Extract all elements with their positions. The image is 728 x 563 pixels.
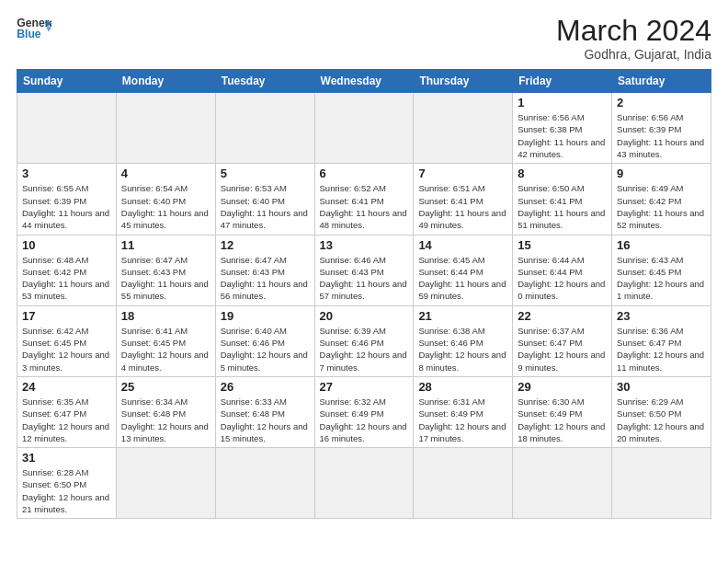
day-info: Sunrise: 6:47 AM Sunset: 6:43 PM Dayligh… <box>121 254 210 303</box>
calendar-cell: 27Sunrise: 6:32 AM Sunset: 6:49 PM Dayli… <box>314 376 414 447</box>
day-number: 19 <box>221 309 310 323</box>
day-info: Sunrise: 6:37 AM Sunset: 6:47 PM Dayligh… <box>518 325 607 373</box>
col-wednesday: Wednesday <box>314 70 414 93</box>
calendar-cell: 29Sunrise: 6:30 AM Sunset: 6:49 PM Dayli… <box>513 376 612 447</box>
calendar-cell: 10Sunrise: 6:48 AM Sunset: 6:42 PM Dayli… <box>17 235 117 305</box>
calendar-cell: 14Sunrise: 6:45 AM Sunset: 6:44 PM Dayli… <box>414 235 513 305</box>
calendar-cell: 23Sunrise: 6:36 AM Sunset: 6:47 PM Dayli… <box>612 305 711 376</box>
calendar-cell <box>215 93 314 164</box>
day-number: 20 <box>320 309 409 323</box>
day-info: Sunrise: 6:50 AM Sunset: 6:41 PM Dayligh… <box>518 182 607 231</box>
calendar-cell: 24Sunrise: 6:35 AM Sunset: 6:47 PM Dayli… <box>17 376 117 447</box>
day-number: 13 <box>320 238 409 252</box>
month-title: March 2024 <box>556 15 711 47</box>
day-number: 7 <box>418 167 507 180</box>
day-number: 16 <box>617 238 706 252</box>
day-number: 2 <box>617 96 706 109</box>
day-info: Sunrise: 6:41 AM Sunset: 6:45 PM Dayligh… <box>121 325 210 373</box>
day-info: Sunrise: 6:40 AM Sunset: 6:46 PM Dayligh… <box>221 325 310 373</box>
calendar-cell: 17Sunrise: 6:42 AM Sunset: 6:45 PM Dayli… <box>17 305 117 376</box>
calendar-cell <box>612 448 711 519</box>
day-number: 26 <box>221 380 310 394</box>
col-friday: Friday <box>513 70 612 93</box>
day-number: 10 <box>22 238 111 252</box>
calendar-cell <box>414 93 513 164</box>
day-number: 30 <box>617 380 706 394</box>
day-number: 25 <box>121 380 210 394</box>
calendar-cell: 11Sunrise: 6:47 AM Sunset: 6:43 PM Dayli… <box>116 235 215 305</box>
col-sunday: Sunday <box>17 70 117 93</box>
day-number: 31 <box>22 451 111 465</box>
logo: General Blue <box>17 15 51 44</box>
calendar-cell: 31Sunrise: 6:28 AM Sunset: 6:50 PM Dayli… <box>17 448 117 519</box>
col-tuesday: Tuesday <box>215 70 314 93</box>
svg-text:Blue: Blue <box>17 28 41 40</box>
day-number: 14 <box>418 238 507 252</box>
day-number: 12 <box>221 238 310 252</box>
calendar-cell: 16Sunrise: 6:43 AM Sunset: 6:45 PM Dayli… <box>612 235 711 305</box>
title-block: March 2024 Godhra, Gujarat, India <box>556 15 711 62</box>
calendar-header-row: Sunday Monday Tuesday Wednesday Thursday… <box>17 70 711 93</box>
calendar-cell: 28Sunrise: 6:31 AM Sunset: 6:49 PM Dayli… <box>414 376 513 447</box>
day-info: Sunrise: 6:49 AM Sunset: 6:42 PM Dayligh… <box>617 182 706 231</box>
calendar-cell: 13Sunrise: 6:46 AM Sunset: 6:43 PM Dayli… <box>314 235 414 305</box>
calendar-cell <box>314 448 414 519</box>
calendar-cell <box>314 93 414 164</box>
day-info: Sunrise: 6:35 AM Sunset: 6:47 PM Dayligh… <box>22 396 111 444</box>
col-monday: Monday <box>116 70 215 93</box>
calendar-cell: 2Sunrise: 6:56 AM Sunset: 6:39 PM Daylig… <box>612 93 711 164</box>
calendar-cell: 26Sunrise: 6:33 AM Sunset: 6:48 PM Dayli… <box>215 376 314 447</box>
day-info: Sunrise: 6:38 AM Sunset: 6:46 PM Dayligh… <box>418 325 507 373</box>
day-info: Sunrise: 6:54 AM Sunset: 6:40 PM Dayligh… <box>121 182 210 231</box>
calendar-cell: 12Sunrise: 6:47 AM Sunset: 6:43 PM Dayli… <box>215 235 314 305</box>
day-info: Sunrise: 6:45 AM Sunset: 6:44 PM Dayligh… <box>418 254 507 303</box>
calendar-cell: 5Sunrise: 6:53 AM Sunset: 6:40 PM Daylig… <box>215 164 314 235</box>
day-info: Sunrise: 6:52 AM Sunset: 6:41 PM Dayligh… <box>320 182 409 231</box>
day-number: 21 <box>418 309 507 323</box>
calendar-cell: 15Sunrise: 6:44 AM Sunset: 6:44 PM Dayli… <box>513 235 612 305</box>
day-number: 9 <box>617 167 706 180</box>
day-info: Sunrise: 6:43 AM Sunset: 6:45 PM Dayligh… <box>617 254 706 303</box>
calendar-cell: 30Sunrise: 6:29 AM Sunset: 6:50 PM Dayli… <box>612 376 711 447</box>
day-info: Sunrise: 6:30 AM Sunset: 6:49 PM Dayligh… <box>518 396 607 444</box>
calendar-cell <box>17 93 117 164</box>
day-info: Sunrise: 6:32 AM Sunset: 6:49 PM Dayligh… <box>320 396 409 444</box>
day-number: 6 <box>320 167 409 180</box>
calendar-cell: 20Sunrise: 6:39 AM Sunset: 6:46 PM Dayli… <box>314 305 414 376</box>
day-number: 22 <box>518 309 607 323</box>
calendar-cell: 8Sunrise: 6:50 AM Sunset: 6:41 PM Daylig… <box>513 164 612 235</box>
day-number: 29 <box>518 380 607 394</box>
calendar-cell <box>414 448 513 519</box>
day-info: Sunrise: 6:29 AM Sunset: 6:50 PM Dayligh… <box>617 396 706 444</box>
day-number: 24 <box>22 380 111 394</box>
day-number: 15 <box>518 238 607 252</box>
day-number: 18 <box>121 309 210 323</box>
day-info: Sunrise: 6:44 AM Sunset: 6:44 PM Dayligh… <box>518 254 607 303</box>
calendar-table: Sunday Monday Tuesday Wednesday Thursday… <box>17 69 711 519</box>
day-number: 27 <box>320 380 409 394</box>
calendar-cell: 19Sunrise: 6:40 AM Sunset: 6:46 PM Dayli… <box>215 305 314 376</box>
page: General Blue March 2024 Godhra, Gujarat,… <box>0 0 728 563</box>
day-number: 3 <box>22 167 111 180</box>
day-number: 1 <box>518 96 607 109</box>
day-info: Sunrise: 6:55 AM Sunset: 6:39 PM Dayligh… <box>22 182 111 231</box>
calendar-cell <box>215 448 314 519</box>
calendar-cell: 3Sunrise: 6:55 AM Sunset: 6:39 PM Daylig… <box>17 164 117 235</box>
day-number: 11 <box>121 238 210 252</box>
col-thursday: Thursday <box>414 70 513 93</box>
col-saturday: Saturday <box>612 70 711 93</box>
day-info: Sunrise: 6:39 AM Sunset: 6:46 PM Dayligh… <box>320 325 409 373</box>
day-info: Sunrise: 6:56 AM Sunset: 6:38 PM Dayligh… <box>518 111 607 160</box>
calendar-cell: 6Sunrise: 6:52 AM Sunset: 6:41 PM Daylig… <box>314 164 414 235</box>
day-number: 5 <box>221 167 310 180</box>
day-number: 23 <box>617 309 706 323</box>
calendar-cell: 4Sunrise: 6:54 AM Sunset: 6:40 PM Daylig… <box>116 164 215 235</box>
calendar-cell: 21Sunrise: 6:38 AM Sunset: 6:46 PM Dayli… <box>414 305 513 376</box>
calendar-cell: 9Sunrise: 6:49 AM Sunset: 6:42 PM Daylig… <box>612 164 711 235</box>
day-info: Sunrise: 6:36 AM Sunset: 6:47 PM Dayligh… <box>617 325 706 373</box>
day-info: Sunrise: 6:28 AM Sunset: 6:50 PM Dayligh… <box>22 466 111 515</box>
day-info: Sunrise: 6:53 AM Sunset: 6:40 PM Dayligh… <box>221 182 310 231</box>
day-number: 8 <box>518 167 607 180</box>
day-number: 28 <box>418 380 507 394</box>
day-info: Sunrise: 6:34 AM Sunset: 6:48 PM Dayligh… <box>121 396 210 444</box>
